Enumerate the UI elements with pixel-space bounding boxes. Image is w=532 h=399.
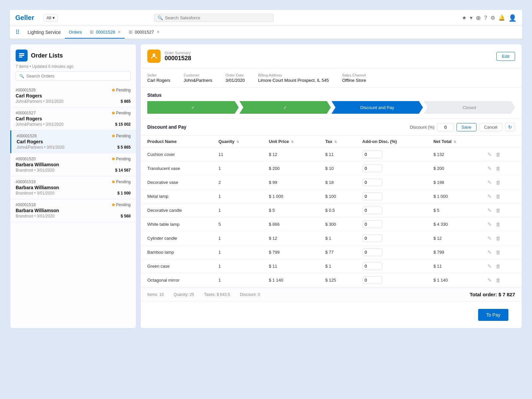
favorites-icon[interactable]: ★	[462, 15, 466, 21]
col-tax[interactable]: Tax ⇅	[319, 136, 355, 148]
avatar-icon[interactable]: 👤	[508, 14, 517, 22]
product-tax-cell: $ 10	[319, 162, 355, 176]
delete-row-button[interactable]: 🗑	[495, 151, 501, 158]
col-quantity[interactable]: Quanity ⇅	[212, 136, 262, 148]
panel-footer: To Pay	[141, 301, 522, 328]
delete-row-button[interactable]: 🗑	[495, 249, 501, 256]
billing-value: Limore Court Mount Prospect, IL 545	[258, 78, 329, 83]
status-dot	[112, 89, 115, 91]
edit-row-button[interactable]: ✎	[487, 193, 492, 200]
discount-input[interactable]	[437, 123, 454, 131]
addon-discount-input[interactable]	[362, 248, 382, 256]
edit-row-button[interactable]: ✎	[487, 263, 492, 270]
order-search-input[interactable]	[26, 73, 127, 78]
settings-icon[interactable]: ⚙	[490, 15, 495, 21]
addon-discount-input[interactable]	[362, 234, 382, 242]
product-name-cell: Decorative candle	[141, 203, 212, 217]
addon-discount-input[interactable]	[362, 276, 382, 284]
product-addon-cell[interactable]	[356, 273, 427, 287]
refresh-button[interactable]: ↻	[505, 123, 515, 131]
product-addon-cell[interactable]	[356, 217, 427, 231]
tab-close-00001528[interactable]: ✕	[118, 30, 121, 34]
order-meta-info: Brandroot • 3/01/2020	[16, 168, 55, 173]
edit-row-button[interactable]: ✎	[487, 249, 492, 256]
status-step-1: ✓	[239, 101, 331, 114]
apps-grid-icon[interactable]: ⠿	[15, 29, 20, 36]
product-addon-cell[interactable]	[356, 190, 427, 203]
product-addon-cell[interactable]	[356, 259, 427, 273]
save-button[interactable]: Save	[457, 123, 476, 131]
edit-row-button[interactable]: ✎	[487, 179, 492, 186]
tab-stack-icon-1: ⊞	[90, 29, 94, 35]
tab-00001528[interactable]: ⊞ 00001528 ✕	[86, 26, 125, 39]
product-addon-cell[interactable]	[356, 231, 427, 245]
product-addon-cell[interactable]	[356, 203, 427, 217]
order-search-bar[interactable]: 🔍	[16, 71, 131, 80]
row-actions: ✎ 🗑	[487, 165, 515, 172]
addon-discount-input[interactable]	[362, 193, 382, 200]
col-unit-price[interactable]: Unit Price ⇅	[262, 136, 319, 148]
add-icon[interactable]: ⊕	[476, 14, 481, 22]
delete-row-button[interactable]: 🗑	[495, 179, 501, 186]
product-qty-cell: 1	[212, 245, 262, 259]
delete-row-button[interactable]: 🗑	[495, 277, 501, 284]
delete-row-button[interactable]: 🗑	[495, 263, 501, 270]
product-addon-cell[interactable]	[356, 162, 427, 176]
product-net-total-cell: $ 12	[427, 231, 480, 245]
tab-close-00001527[interactable]: ✕	[157, 30, 160, 34]
product-name-cell: Cylinder candle	[141, 231, 212, 245]
order-card[interactable]: #00001526 Pending Carl Rogers John&Partn…	[10, 84, 136, 107]
product-name-cell: Decorative vase	[141, 176, 212, 190]
global-search-input[interactable]	[165, 15, 270, 20]
edit-button[interactable]: Edit	[496, 52, 515, 61]
delete-row-button[interactable]: 🗑	[495, 207, 501, 214]
delete-row-button[interactable]: 🗑	[495, 165, 501, 172]
row-actions: ✎ 🗑	[487, 221, 515, 228]
order-summary-label: Order Summary	[165, 51, 191, 55]
addon-discount-input[interactable]	[362, 165, 382, 172]
table-row: Decorative candle 1 $ 5 $ 0.5 $ 5 ✎ 🗑	[141, 203, 522, 217]
order-card[interactable]: #00001518 Pending Barbara Williamson Bra…	[10, 199, 136, 222]
addon-discount-input[interactable]	[362, 151, 382, 158]
edit-row-button[interactable]: ✎	[487, 165, 492, 172]
delete-row-button[interactable]: 🗑	[495, 221, 501, 228]
tab-orders[interactable]: Orders	[65, 26, 86, 39]
order-card[interactable]: #00001527 Pending Carl Rogers John&Partn…	[10, 107, 136, 130]
all-dropdown[interactable]: All ▾	[44, 14, 58, 22]
edit-row-button[interactable]: ✎	[487, 235, 492, 242]
order-card[interactable]: #00001519 Pending Barbara Williamson Bra…	[10, 176, 136, 199]
chevron-down-icon-nav[interactable]: ▾	[470, 15, 472, 21]
tab-00001527[interactable]: ⊞ 00001527 ✕	[125, 26, 164, 39]
status-bar: ✓✓Discount and PayClosed	[147, 101, 515, 114]
status-step-0: ✓	[147, 101, 239, 114]
order-card[interactable]: #00001528 Pending Carl Rogers John&Partn…	[10, 130, 136, 153]
global-search-bar[interactable]: 🔍	[154, 14, 274, 22]
addon-discount-input[interactable]	[362, 206, 382, 214]
product-tax-cell: $ 100	[319, 190, 355, 203]
edit-row-button[interactable]: ✎	[487, 221, 492, 228]
help-icon[interactable]: ?	[484, 15, 487, 21]
col-net-total[interactable]: Net Total ⇅	[427, 136, 480, 148]
row-actions: ✎ 🗑	[487, 151, 515, 158]
cancel-button[interactable]: Cancel	[479, 123, 502, 131]
row-actions: ✎ 🗑	[487, 249, 515, 256]
addon-discount-input[interactable]	[362, 179, 382, 186]
order-amount: $ 15 002	[115, 122, 131, 127]
addon-discount-input[interactable]	[362, 262, 382, 270]
chevron-down-icon: ▾	[53, 15, 55, 20]
product-addon-cell[interactable]	[356, 148, 427, 162]
delete-row-button[interactable]: 🗑	[495, 193, 501, 200]
table-row: White table lamp 5 $ 866 $ 300 $ 4 330 ✎…	[141, 217, 522, 231]
tab-lighting-service[interactable]: Lighting Service	[24, 26, 65, 39]
order-card[interactable]: #00001520 Pending Barbara Williamson Bra…	[10, 153, 136, 176]
delete-row-button[interactable]: 🗑	[495, 235, 501, 242]
edit-row-button[interactable]: ✎	[487, 151, 492, 158]
edit-row-button[interactable]: ✎	[487, 207, 492, 214]
product-addon-cell[interactable]	[356, 176, 427, 190]
edit-row-button[interactable]: ✎	[487, 277, 492, 284]
addon-discount-input[interactable]	[362, 220, 382, 228]
product-addon-cell[interactable]	[356, 245, 427, 259]
bell-icon[interactable]: 🔔	[498, 15, 505, 21]
product-price-cell: $ 866	[262, 217, 319, 231]
to-pay-button[interactable]: To Pay	[478, 309, 508, 321]
